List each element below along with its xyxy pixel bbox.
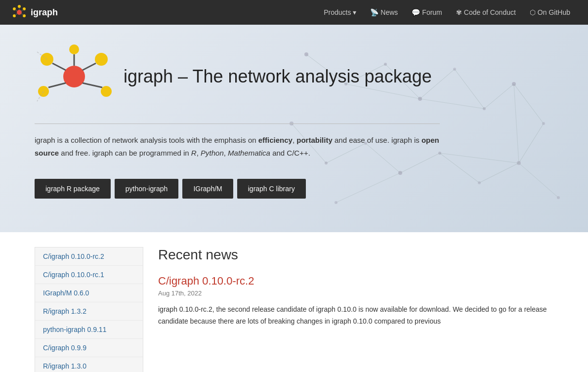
news-icon: 📡 xyxy=(370,8,378,16)
hero-title-row: igraph – The network analysis package xyxy=(35,44,553,109)
svg-line-7 xyxy=(15,9,17,11)
news-section-title: Recent news xyxy=(158,247,553,263)
hero-section: igraph – The network analysis package ig… xyxy=(0,25,588,232)
sidebar-item-4[interactable]: python-igraph 0.9.11 xyxy=(35,321,143,339)
sidebar-item-0[interactable]: C/igraph 0.10.0-rc.2 xyxy=(35,248,143,266)
main-content: C/igraph 0.10.0-rc.2 C/igraph 0.10.0-rc.… xyxy=(0,232,588,372)
svg-line-9 xyxy=(15,13,17,15)
svg-point-52 xyxy=(101,86,112,97)
hero-buttons: igraph R package python-igraph IGraph/M … xyxy=(35,179,553,199)
hero-logo xyxy=(35,44,114,109)
nav-news[interactable]: 📡 News xyxy=(364,5,404,19)
forum-icon: 💬 xyxy=(412,8,420,16)
svg-point-5 xyxy=(18,5,21,8)
nav-github[interactable]: ⬡ On GitHub xyxy=(524,5,576,19)
svg-line-55 xyxy=(83,63,96,70)
github-icon: ⬡ xyxy=(530,8,536,16)
conduct-icon: ✾ xyxy=(456,8,462,16)
news-article-0: C/igraph 0.10.0-rc.2 Aug 17th, 2022 igra… xyxy=(158,275,553,328)
nav-products[interactable]: Products ▾ xyxy=(318,5,362,19)
navbar: igraph Products ▾ 📡 News 💬 Forum ✾ Code … xyxy=(0,0,588,25)
conduct-label: Code of Conduct xyxy=(464,8,516,16)
igraphm-button[interactable]: IGraph/M xyxy=(182,179,233,199)
sidebar-item-3[interactable]: R/igraph 1.3.2 xyxy=(35,302,143,321)
c-library-button[interactable]: igraph C library xyxy=(237,179,306,199)
news-label: News xyxy=(380,8,398,16)
r-package-button[interactable]: igraph R package xyxy=(35,179,111,199)
svg-point-48 xyxy=(63,66,85,87)
products-label: Products ▾ xyxy=(324,8,356,16)
brand-link[interactable]: igraph xyxy=(12,5,58,20)
article-date: Aug 17th, 2022 xyxy=(158,289,553,297)
nav-conduct[interactable]: ✾ Code of Conduct xyxy=(450,5,522,19)
svg-point-50 xyxy=(95,53,108,66)
nav-forum[interactable]: 💬 Forum xyxy=(406,5,448,19)
article-title-link[interactable]: C/igraph 0.10.0-rc.2 xyxy=(158,275,553,288)
python-igraph-button[interactable]: python-igraph xyxy=(115,179,179,199)
svg-point-26 xyxy=(557,196,560,199)
forum-label: Forum xyxy=(422,8,442,16)
hero-title: igraph – The network analysis package xyxy=(124,66,432,87)
news-section: Recent news C/igraph 0.10.0-rc.2 Aug 17t… xyxy=(158,247,553,328)
hero-description: igraph is a collection of network analys… xyxy=(35,124,440,159)
sidebar-item-1[interactable]: C/igraph 0.10.0-rc.1 xyxy=(35,266,143,284)
svg-point-27 xyxy=(335,201,337,204)
news-sidebar: C/igraph 0.10.0-rc.2 C/igraph 0.10.0-rc.… xyxy=(35,247,143,372)
svg-line-57 xyxy=(83,83,102,87)
svg-line-10 xyxy=(21,13,23,15)
brand-icon xyxy=(12,5,27,20)
sidebar-item-5[interactable]: C/igraph 0.9.9 xyxy=(35,339,143,357)
svg-point-0 xyxy=(17,10,22,15)
brand-name: igraph xyxy=(31,7,58,18)
svg-line-8 xyxy=(21,9,23,11)
svg-line-54 xyxy=(52,63,66,70)
sidebar-item-2[interactable]: IGraph/M 0.6.0 xyxy=(35,284,143,302)
hero-content: igraph – The network analysis package ig… xyxy=(35,44,553,199)
article-excerpt: igraph 0.10.0-rc.2, the second release c… xyxy=(158,304,553,328)
github-label: On GitHub xyxy=(538,8,570,16)
svg-point-53 xyxy=(69,44,79,54)
svg-line-56 xyxy=(48,83,66,87)
main-nav: Products ▾ 📡 News 💬 Forum ✾ Code of Cond… xyxy=(318,5,576,19)
sidebar-item-6[interactable]: R/igraph 1.3.0 xyxy=(35,357,143,372)
